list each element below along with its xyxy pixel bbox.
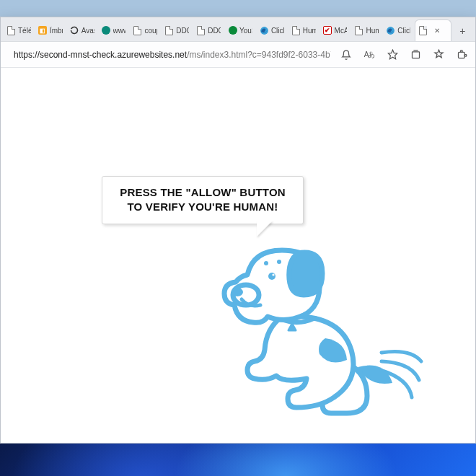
bubble-text: PRESS THE "ALLOW" BUTTON TO VERIFY YOU'R…	[120, 186, 286, 213]
tab-label: coup	[144, 27, 157, 35]
svg-point-8	[232, 288, 243, 296]
orange-favicon-icon: ◧	[38, 26, 48, 35]
tab[interactable]: Click	[383, 19, 413, 41]
svg-point-11	[264, 261, 268, 265]
address-bar: https://second-mnst-check.azurewebsites.…	[1, 42, 475, 68]
new-tab-button[interactable]: +	[453, 21, 472, 41]
tab[interactable]: DDC	[162, 19, 192, 41]
refresh-favicon-icon	[70, 26, 79, 35]
favorites-bar-icon[interactable]	[431, 47, 446, 63]
green-dot-favicon-icon	[228, 26, 237, 35]
page-favicon-icon	[354, 26, 363, 35]
windows-taskbar[interactable]	[0, 444, 476, 476]
svg-rect-4	[458, 52, 464, 58]
page-favicon-icon	[164, 26, 174, 35]
tab[interactable]: coup	[130, 19, 160, 41]
tab[interactable]: ✔McA	[320, 19, 351, 41]
tab-label: Click	[271, 27, 284, 35]
svg-rect-3	[412, 52, 419, 58]
page-favicon-icon	[6, 26, 16, 35]
tab-label: McA	[335, 27, 348, 35]
tab-label: Click	[397, 27, 410, 35]
tab[interactable]: ⬤www	[99, 19, 129, 41]
page-favicon-icon	[196, 26, 206, 35]
tab-label: www	[113, 27, 126, 35]
svg-marker-2	[388, 50, 397, 59]
tab-active[interactable]: ✕	[415, 19, 451, 41]
browser-window: Télé◧ÎmbrAvas⬤wwwcoupDDCDDCYouSClickHum✔…	[0, 17, 476, 444]
notifications-icon[interactable]	[338, 47, 354, 63]
tab-label: DDC	[208, 27, 221, 35]
url-path: /ms/index3.html?c=943fd9f2-6033-4b7a-841…	[187, 50, 331, 60]
tab-close-icon[interactable]: ✕	[432, 26, 442, 36]
tab-label: Îmbr	[50, 27, 63, 35]
page-favicon-icon	[133, 26, 142, 35]
tab-label: Hum	[366, 27, 379, 35]
tab-label: Télé	[18, 27, 31, 35]
svg-rect-6	[464, 55, 467, 57]
tab-label: Hum	[303, 27, 316, 35]
speech-bubble: PRESS THE "ALLOW" BUTTON TO VERIFY YOU'R…	[102, 176, 304, 224]
svg-point-9	[268, 273, 276, 280]
mcafee-favicon-icon: ✔	[323, 26, 332, 35]
tab[interactable]: Hum	[351, 19, 382, 41]
page-favicon-icon	[418, 26, 428, 35]
svg-point-12	[277, 260, 281, 264]
svg-point-10	[272, 273, 274, 276]
tab[interactable]: ◧Îmbr	[35, 19, 66, 41]
svg-rect-5	[460, 50, 462, 53]
tab-label: Avas	[81, 27, 94, 35]
edge-favicon-icon	[386, 26, 395, 35]
extensions-icon[interactable]	[454, 47, 470, 63]
teal-dot-favicon-icon: ⬤	[102, 26, 111, 35]
page-favicon-icon	[291, 26, 301, 35]
tab-label: YouS	[239, 27, 252, 35]
favorite-star-icon[interactable]	[384, 47, 400, 63]
collections-icon[interactable]	[407, 47, 423, 63]
tab[interactable]: YouS	[225, 19, 255, 41]
tab[interactable]: Click	[257, 19, 287, 41]
read-aloud-icon[interactable]: Aあ	[361, 47, 377, 63]
dog-illustration	[217, 230, 433, 432]
tab[interactable]: Télé	[4, 19, 34, 41]
url-host: https://second-mnst-check.azurewebsites.…	[14, 50, 187, 60]
tab[interactable]: Hum	[288, 19, 319, 41]
url-field[interactable]: https://second-mnst-check.azurewebsites.…	[6, 45, 331, 64]
tab-label: DDC	[176, 27, 189, 35]
page-viewport: PRESS THE "ALLOW" BUTTON TO VERIFY YOU'R…	[1, 68, 475, 443]
tab[interactable]: DDC	[193, 19, 224, 41]
tab[interactable]: Avas	[67, 19, 97, 41]
tab-strip: Télé◧ÎmbrAvas⬤wwwcoupDDCDDCYouSClickHum✔…	[1, 17, 475, 42]
edge-favicon-icon	[260, 26, 269, 35]
